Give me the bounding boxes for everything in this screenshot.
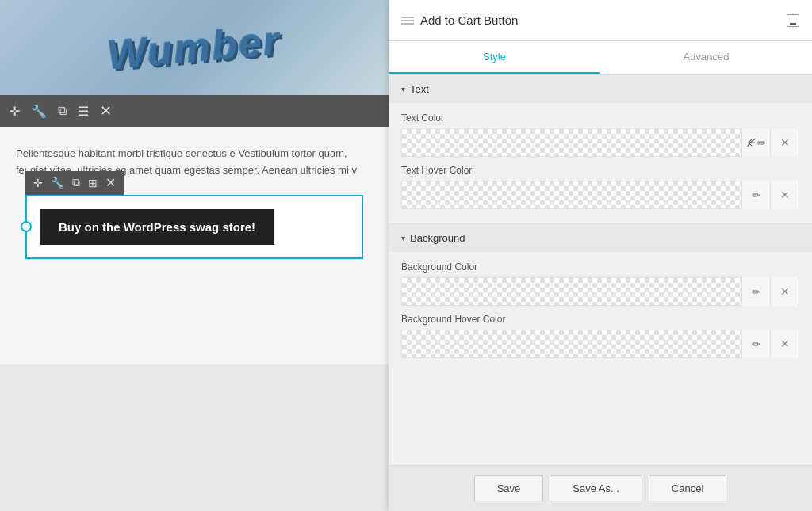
background-color-clear-btn[interactable]: ✕: [770, 277, 799, 306]
panel-footer: Save Save As... Cancel: [389, 465, 812, 511]
background-section-header[interactable]: ▾ Background: [389, 223, 812, 252]
text-chevron-icon: ▾: [401, 85, 405, 93]
text-section-label: Text: [410, 83, 429, 95]
widget-area: ✛ 🔧 ⧉ ⊞ ✕ Buy on the WordPress swag stor…: [25, 195, 363, 259]
settings-panel: Add to Cart Button Style Advanced ▾ Text…: [389, 0, 812, 511]
text-hover-color-picker-btn[interactable]: ✏: [741, 181, 770, 209]
background-section-content: Background Color ✏ ✕ Background Hover Co…: [389, 252, 812, 372]
background-hover-color-input[interactable]: ✏ ✕: [401, 330, 799, 358]
text-section-header[interactable]: ▾ Text: [389, 74, 812, 103]
settings-icon[interactable]: 🔧: [31, 104, 47, 119]
background-color-picker-btn[interactable]: ✏: [741, 277, 770, 306]
panel-body: ▾ Text Text Color ✏ ✕ Text Hover Color ✏: [389, 74, 812, 465]
minimize-button[interactable]: [787, 14, 799, 27]
drag-handle[interactable]: [401, 17, 414, 25]
widget-toolbar: ✛ 🔧 ⧉ ⊞ ✕: [25, 171, 124, 195]
widget-settings-icon[interactable]: 🔧: [51, 177, 64, 189]
panel-title-area: Add to Cart Button: [401, 13, 518, 27]
widget-grid-icon[interactable]: ⊞: [88, 177, 98, 189]
close-icon[interactable]: ✕: [100, 102, 112, 120]
move-icon[interactable]: ✛: [10, 104, 20, 119]
text-hover-color-preview: [402, 181, 741, 208]
background-color-label: Background Color: [401, 261, 799, 273]
text-color-picker-btn[interactable]: ✏: [741, 128, 770, 157]
menu-icon[interactable]: ☰: [78, 104, 89, 119]
content-area: Pellentesque habitant morbi tristique se…: [0, 127, 389, 364]
background-color-preview: [402, 278, 741, 305]
text-hover-color-input[interactable]: ✏ ✕: [401, 181, 799, 209]
canvas-area: Wumber ✛ 🔧 ⧉ ☰ ✕ Pellentesque habitant m…: [0, 0, 389, 511]
text-color-input[interactable]: ✏ ✕: [401, 128, 799, 157]
background-hover-color-clear-btn[interactable]: ✕: [770, 330, 799, 358]
text-hover-color-label: Text Hover Color: [401, 165, 799, 176]
background-hover-color-picker-btn[interactable]: ✏: [741, 330, 770, 358]
text-hover-color-clear-btn[interactable]: ✕: [770, 181, 799, 209]
background-chevron-icon: ▾: [401, 234, 405, 242]
copy-icon[interactable]: ⧉: [58, 104, 67, 118]
tab-advanced[interactable]: Advanced: [600, 41, 812, 74]
anchor-dot: [21, 221, 32, 232]
text-color-label: Text Color: [401, 112, 799, 124]
panel-title-text: Add to Cart Button: [420, 13, 518, 27]
widget-copy-icon[interactable]: ⧉: [72, 176, 80, 189]
text-color-clear-btn[interactable]: ✕: [770, 128, 799, 157]
cancel-button[interactable]: Cancel: [649, 475, 726, 501]
canvas-header: Wumber: [0, 0, 389, 95]
canvas-toolbar: ✛ 🔧 ⧉ ☰ ✕: [0, 95, 389, 127]
buy-button[interactable]: Buy on the WordPress swag store!: [40, 209, 274, 245]
panel-header: Add to Cart Button: [389, 0, 812, 41]
background-hover-color-label: Background Hover Color: [401, 314, 799, 325]
text-section-content: Text Color ✏ ✕ Text Hover Color ✏ ✕: [389, 103, 812, 223]
background-color-input[interactable]: ✏ ✕: [401, 277, 799, 306]
save-button[interactable]: Save: [474, 475, 544, 501]
background-section-label: Background: [410, 232, 465, 244]
panel-tabs: Style Advanced: [389, 41, 812, 74]
tab-style[interactable]: Style: [389, 41, 600, 74]
background-hover-color-preview: [402, 330, 741, 357]
logo-text: Wumber: [105, 17, 282, 79]
save-as-button[interactable]: Save As...: [550, 475, 642, 501]
text-color-preview: [402, 129, 741, 156]
widget-move-icon[interactable]: ✛: [33, 177, 43, 189]
widget-close-icon[interactable]: ✕: [105, 175, 116, 190]
